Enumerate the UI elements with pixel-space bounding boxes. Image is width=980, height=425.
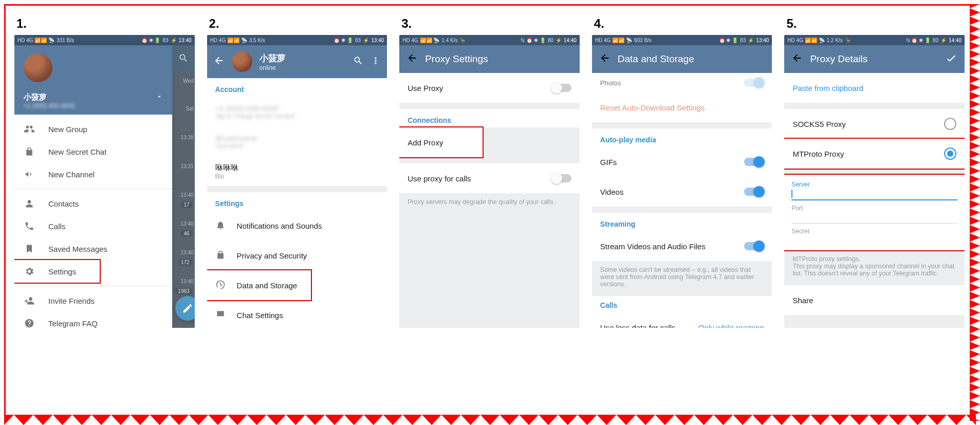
net-speed: 3.5 K/s xyxy=(249,38,265,43)
avatar[interactable] xyxy=(24,53,52,82)
chat-time: Wed xyxy=(175,78,194,84)
back-icon[interactable] xyxy=(599,52,611,66)
menu-label: New Channel xyxy=(48,170,95,179)
reset-autodownload-row[interactable]: Reset Auto-Download Settings xyxy=(592,93,772,122)
server-input-row[interactable]: Server xyxy=(784,178,965,201)
account-phone-row[interactable]: +1 (000) 000-0000 Tap to change phone nu… xyxy=(207,97,387,126)
gifs-row[interactable]: GIFs xyxy=(592,147,772,177)
step-number: 1. xyxy=(16,16,193,31)
drawer: 小菠萝 +1 (000) 000-0000 New Group xyxy=(14,45,172,328)
mtproto-radio[interactable] xyxy=(944,147,956,160)
menu-new-group[interactable]: New Group xyxy=(14,118,172,140)
data-icon xyxy=(215,280,226,291)
mtproto-row[interactable]: MTProto Proxy xyxy=(784,139,965,169)
battery-pct: 83 xyxy=(355,38,361,43)
status-bar: HD 4G 📶📶 📡 331 B/s ⏰ ✱ 🔋83⚡ 13:40 xyxy=(14,35,195,45)
megaphone-icon xyxy=(24,169,35,179)
search-icon[interactable] xyxy=(178,53,189,65)
gifs-switch[interactable] xyxy=(744,158,764,166)
row-label: Videos xyxy=(600,188,733,196)
menu-label: Invite Friends xyxy=(48,297,95,305)
status-icons: ⏰ ✱ 🔋 xyxy=(334,38,353,43)
compose-fab[interactable] xyxy=(175,296,195,321)
section-account-header: Account xyxy=(207,78,387,97)
videos-switch[interactable] xyxy=(744,188,764,196)
row-label: MTProto Proxy xyxy=(792,150,933,158)
use-proxy-row[interactable]: Use Proxy xyxy=(399,73,580,103)
secret-input[interactable] xyxy=(791,235,957,246)
step-number: 4. xyxy=(594,16,770,31)
chat-time: 13:40 xyxy=(175,192,194,198)
chat-time: 13:40 xyxy=(175,250,194,255)
check-icon[interactable] xyxy=(945,52,957,66)
streaming-header: Streaming xyxy=(592,213,772,231)
use-proxy-switch[interactable] xyxy=(552,84,571,92)
add-proxy-row[interactable]: Add Proxy xyxy=(399,127,483,157)
videos-row[interactable]: Videos xyxy=(592,177,772,207)
account-username-row[interactable]: @username Username xyxy=(207,126,387,156)
expand-icon[interactable] xyxy=(156,93,163,102)
use-proxy-calls-switch[interactable] xyxy=(552,174,571,182)
section-settings-header: Settings xyxy=(207,192,387,211)
menu-new-secret[interactable]: New Secret Chat xyxy=(14,140,172,163)
bio-sub: Bio xyxy=(215,173,238,180)
secret-input-row[interactable]: Secret xyxy=(784,225,965,247)
menu-faq[interactable]: Telegram FAQ xyxy=(14,312,172,328)
photos-switch[interactable] xyxy=(744,79,764,87)
phone-3: HD 4G 📶📶 📡 1.4 K/s 🦆 ℕ ⏰ ✱ 🔋80⚡ 14:40 Pr… xyxy=(399,35,580,328)
settings-data-storage[interactable]: Data and Storage xyxy=(207,270,311,300)
back-icon[interactable] xyxy=(213,55,225,68)
menu-saved[interactable]: Saved Messages xyxy=(14,237,172,260)
net-speed: 1.4 K/s xyxy=(441,38,457,43)
search-icon[interactable] xyxy=(353,56,363,68)
more-icon[interactable] xyxy=(371,56,381,68)
settings-chat[interactable]: Chat Settings xyxy=(207,300,387,328)
port-input[interactable] xyxy=(791,212,957,224)
appbar: Proxy Details xyxy=(784,45,965,73)
less-data-row[interactable]: Use less data for calls Only while roami… xyxy=(592,312,772,328)
autoplay-header: Auto-play media xyxy=(592,128,772,147)
port-input-row[interactable]: Port xyxy=(784,201,965,225)
stream-switch[interactable] xyxy=(744,242,764,250)
menu-contacts[interactable]: Contacts xyxy=(14,192,172,215)
settings-privacy[interactable]: Privacy and Security xyxy=(207,241,387,270)
profile-status: online xyxy=(260,64,346,71)
status-icons: ℕ ⏰ ✱ 🔋 xyxy=(906,38,931,43)
menu-settings[interactable]: Settings xyxy=(14,260,100,283)
status-left: HD 4G 📶📶 📡 xyxy=(402,38,439,43)
connections-header: Connections xyxy=(399,109,580,127)
row-label: Reset Auto-Download Settings xyxy=(600,103,764,112)
status-time: 14:40 xyxy=(564,38,577,43)
back-icon[interactable] xyxy=(791,52,803,66)
server-input[interactable] xyxy=(791,188,957,200)
account-bio-row[interactable]: 咻咻咻 Bio xyxy=(207,156,387,186)
row-label: Stream Videos and Audio Files xyxy=(600,242,733,251)
unread-badge: 46 xyxy=(180,230,192,237)
appbar: Data and Storage xyxy=(592,45,772,73)
menu-label: Saved Messages xyxy=(48,245,107,253)
settings-label: Notifications and Sounds xyxy=(237,221,379,230)
bell-icon xyxy=(215,220,226,232)
gear-icon xyxy=(24,266,35,276)
photos-row[interactable]: Photos xyxy=(592,73,772,93)
socks5-row[interactable]: SOCKS5 Proxy xyxy=(784,109,965,139)
chat-icon xyxy=(215,309,226,321)
socks5-radio[interactable] xyxy=(944,118,956,130)
menu-calls[interactable]: Calls xyxy=(14,215,172,237)
share-row[interactable]: Share xyxy=(784,285,965,315)
status-bar: HD 4G 📶📶 📡 1.2 K/s 🦆 ℕ ⏰ ✱ 🔋80⚡ 14:40 xyxy=(784,35,965,45)
menu-invite[interactable]: Invite Friends xyxy=(14,289,172,312)
settings-label: Data and Storage xyxy=(237,281,303,290)
stream-row[interactable]: Stream Videos and Audio Files xyxy=(592,231,772,261)
use-proxy-calls-row[interactable]: Use proxy for calls xyxy=(399,163,580,193)
status-time: 13:40 xyxy=(371,38,384,43)
avatar[interactable] xyxy=(232,51,252,72)
paste-clipboard-row[interactable]: Paste from clipboard xyxy=(784,73,965,103)
settings-notifications[interactable]: Notifications and Sounds xyxy=(207,211,387,241)
menu-new-channel[interactable]: New Channel xyxy=(14,163,172,186)
bio-value: 咻咻咻 xyxy=(215,163,238,173)
back-icon[interactable] xyxy=(406,52,418,66)
status-icons: ℕ ⏰ ✱ 🔋 xyxy=(521,38,545,43)
status-lightning: ⚡ xyxy=(940,38,947,43)
duck-icon: 🦆 xyxy=(459,38,466,43)
